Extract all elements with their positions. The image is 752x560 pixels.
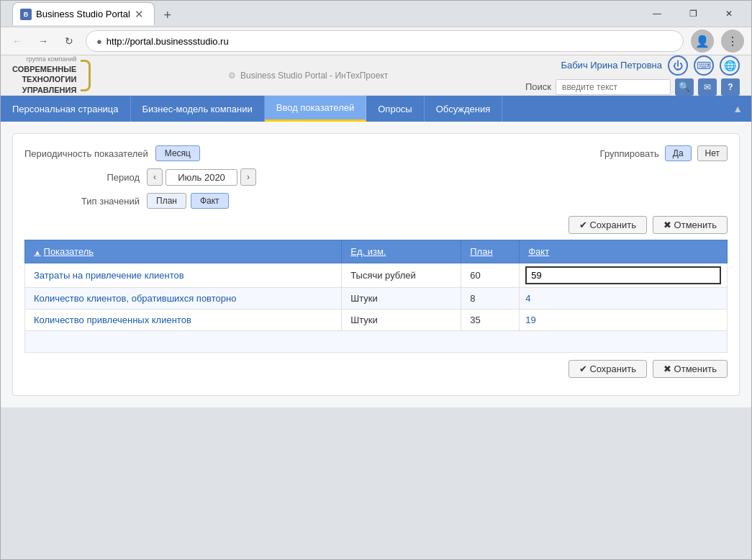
- row3-plan: 35: [461, 310, 520, 331]
- reload-button[interactable]: ↻: [60, 32, 78, 50]
- back-button[interactable]: ←: [8, 32, 27, 50]
- col-header-plan: План: [461, 240, 520, 263]
- power-icon-button[interactable]: ⏻: [668, 55, 688, 76]
- data-table: ▲ Показатель Ед. изм. План Факт: [24, 240, 728, 353]
- col-header-unit: Ед. изм.: [342, 240, 461, 263]
- logo-line2: ТЕХНОЛОГИИ: [12, 74, 76, 84]
- portal-title: ⚙ Business Studio Portal - ИнТехПроект: [91, 71, 525, 81]
- window-controls: — ❐ ✕: [640, 2, 746, 25]
- table-row: Количество клиентов, обратившихся повтор…: [25, 288, 728, 310]
- row3-fact-value: 19: [525, 315, 535, 325]
- new-tab-button[interactable]: +: [158, 5, 178, 25]
- row3-name: Количество привлеченных клиентов: [25, 310, 342, 331]
- row1-name: Затраты на привлечение клиентов: [25, 263, 342, 288]
- search-input[interactable]: [556, 79, 671, 95]
- tab-title: Business Studio Portal: [36, 9, 130, 19]
- value-type-buttons: План Факт: [147, 193, 229, 209]
- value-type-row: Тип значений План Факт: [24, 193, 256, 209]
- close-window-button[interactable]: ✕: [712, 2, 746, 25]
- group-yes-button[interactable]: Да: [665, 145, 692, 161]
- col-plan-link[interactable]: План: [470, 246, 492, 257]
- period-current-label: Июль 2020: [166, 169, 237, 186]
- logo-group: группа компаний: [12, 55, 76, 64]
- periodicity-label: Периодичность показателей: [24, 148, 148, 159]
- help-button[interactable]: ?: [721, 78, 740, 96]
- period-label: Период: [24, 172, 140, 183]
- site-header: группа компаний СОВРЕМЕННЫЕ ТЕХНОЛОГИИ У…: [1, 55, 751, 96]
- group-section: Группировать Да Нет: [600, 145, 728, 161]
- value-plan-button[interactable]: План: [147, 193, 186, 209]
- device-icon-button[interactable]: ⌨: [694, 55, 714, 76]
- save-button-bottom[interactable]: ✔ Сохранить: [568, 360, 647, 378]
- tab-close-button[interactable]: ✕: [135, 9, 144, 19]
- browser-menu-button[interactable]: ⋮: [721, 30, 744, 53]
- row2-name-link[interactable]: Количество клиентов, обратившихся повтор…: [34, 293, 236, 304]
- col-name-link[interactable]: Показатель: [44, 246, 94, 257]
- address-bar: ← → ↻ ● http://portal.businessstudio.ru …: [1, 27, 751, 55]
- row1-plan: 60: [461, 263, 520, 288]
- content-area: Периодичность показателей Месяц Период ‹…: [1, 122, 751, 407]
- group-no-button[interactable]: Нет: [697, 145, 728, 161]
- logo-line1: СОВРЕМЕННЫЕ: [12, 64, 76, 74]
- row1-name-link[interactable]: Затраты на привлечение клиентов: [34, 270, 184, 281]
- nav-item-business-model[interactable]: Бизнес-модель компании: [131, 96, 265, 122]
- browser-tab[interactable]: B Business Studio Portal ✕: [12, 2, 155, 25]
- cancel-button-top[interactable]: ✖ Отменить: [653, 216, 728, 234]
- username-link[interactable]: Бабич Ирина Петровна: [561, 60, 662, 71]
- maximize-button[interactable]: ❐: [676, 2, 710, 25]
- nav-item-input-indicators[interactable]: Ввод показателей: [265, 96, 367, 122]
- group-label: Группировать: [600, 148, 659, 159]
- nav-item-discussions[interactable]: Обсуждения: [425, 96, 503, 122]
- row2-name: Количество клиентов, обратившихся повтор…: [25, 288, 342, 310]
- nav-item-surveys[interactable]: Опросы: [366, 96, 424, 122]
- row2-fact-value: 4: [525, 293, 530, 304]
- table-row: Количество привлеченных клиентов Штуки 3…: [25, 310, 728, 331]
- minimize-button[interactable]: —: [640, 2, 674, 25]
- empty-row-cell: [25, 331, 728, 353]
- periodicity-month-button[interactable]: Месяц: [155, 145, 200, 161]
- row1-fact-cell[interactable]: [520, 263, 728, 288]
- url-bar[interactable]: ● http://portal.businessstudio.ru: [86, 30, 684, 52]
- row2-fact-cell: 4: [520, 288, 728, 310]
- forward-button[interactable]: →: [34, 32, 53, 50]
- page-content: группа компаний СОВРЕМЕННЫЕ ТЕХНОЛОГИИ У…: [1, 55, 751, 407]
- period-row: Период ‹ Июль 2020 ›: [24, 168, 256, 186]
- tab-favicon: B: [20, 9, 32, 20]
- cancel-button-bottom[interactable]: ✖ Отменить: [653, 360, 728, 378]
- logo-text: группа компаний СОВРЕМЕННЫЕ ТЕХНОЛОГИИ У…: [12, 55, 76, 95]
- logo-bracket: [81, 60, 91, 91]
- portal-settings-icon: ⚙: [228, 71, 236, 81]
- search-button[interactable]: 🔍: [675, 78, 694, 96]
- nav-item-personal[interactable]: Персональная страница: [1, 96, 131, 122]
- col-unit-link[interactable]: Ед. изм.: [350, 246, 386, 257]
- bottom-action-row: ✔ Сохранить ✖ Отменить: [24, 360, 728, 378]
- row3-unit: Штуки: [342, 310, 461, 331]
- row1-fact-input[interactable]: [525, 266, 721, 284]
- value-fact-button[interactable]: Факт: [191, 193, 229, 209]
- nav-expand-button[interactable]: ▲: [724, 96, 751, 122]
- portal-title-text: Business Studio Portal - ИнТехПроект: [240, 71, 388, 81]
- header-right: Бабич Ирина Петровна ⏻ ⌨ 🌐 Поиск 🔍 ✉: [525, 55, 740, 96]
- row2-plan: 8: [461, 288, 520, 310]
- table-header-row: ▲ Показатель Ед. изм. План Факт: [25, 240, 728, 263]
- top-action-row: ✔ Сохранить ✖ Отменить: [24, 216, 728, 234]
- row3-fact-cell: 19: [520, 310, 728, 331]
- value-type-label: Тип значений: [24, 196, 140, 207]
- period-next-button[interactable]: ›: [240, 168, 256, 186]
- period-prev-button[interactable]: ‹: [147, 168, 163, 186]
- mail-button[interactable]: ✉: [698, 78, 717, 96]
- col-header-fact: Факт: [520, 240, 728, 263]
- user-row: Бабич Ирина Петровна ⏻ ⌨ 🌐: [561, 55, 740, 76]
- search-row: Поиск 🔍 ✉ ?: [525, 78, 740, 96]
- globe-icon-button[interactable]: 🌐: [720, 55, 740, 76]
- period-nav: ‹ Июль 2020 ›: [147, 168, 256, 186]
- row3-name-link[interactable]: Количество привлеченных клиентов: [34, 315, 191, 325]
- search-label: Поиск: [525, 81, 551, 92]
- col-fact-link[interactable]: Факт: [528, 246, 549, 257]
- url-text: http://portal.businessstudio.ru: [107, 36, 229, 47]
- col-header-name: ▲ Показатель: [25, 240, 342, 263]
- url-security-icon: ●: [96, 36, 102, 47]
- main-navigation: Персональная страница Бизнес-модель комп…: [1, 96, 751, 122]
- save-button-top[interactable]: ✔ Сохранить: [568, 216, 647, 234]
- profile-button[interactable]: 👤: [691, 30, 714, 53]
